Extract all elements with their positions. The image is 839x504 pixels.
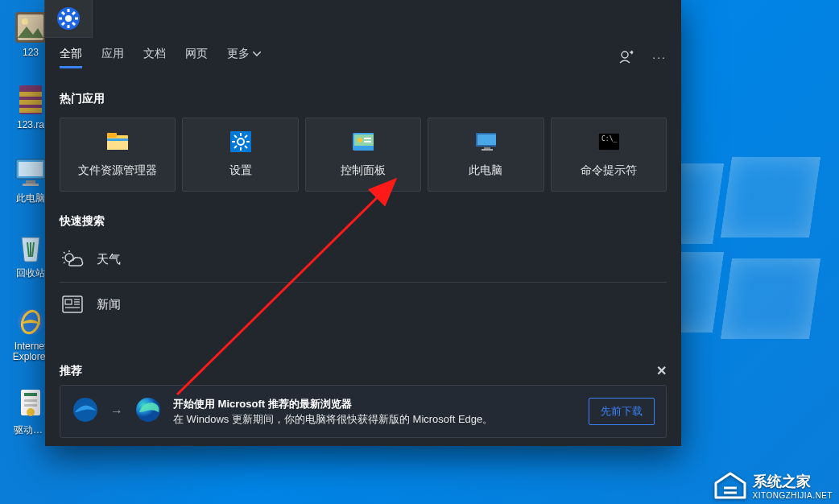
watermark-brand: 系统之家: [753, 472, 833, 491]
svg-point-17: [27, 408, 35, 416]
desktop-icon-label: 123.ra: [17, 119, 44, 130]
svg-rect-10: [23, 184, 39, 186]
search-app-icon-tab[interactable]: [44, 0, 93, 38]
svg-rect-14: [24, 393, 37, 396]
popular-apps-tiles: 文件资源管理器 设置 控制面板 此电脑 C:\_ 命令提示符: [45, 118, 681, 192]
recommend-text: 开始使用 Microsoft 推荐的最新浏览器 在 Windows 更新期间，你…: [173, 396, 493, 428]
arrow-icon: →: [110, 404, 123, 419]
tab-web[interactable]: 网页: [185, 47, 208, 68]
desktop-icon-image[interactable]: 123: [14, 11, 47, 58]
svg-line-26: [72, 12, 75, 14]
svg-rect-51: [481, 149, 493, 151]
svg-rect-60: [65, 300, 72, 304]
quick-item-label: 天气: [97, 252, 121, 267]
desktop-icon-ie[interactable]: Internet Explorer: [14, 306, 47, 362]
tile-label: 此电脑: [469, 163, 502, 178]
desktop-icon-driver[interactable]: 驱动+…: [14, 388, 47, 437]
feedback-icon[interactable]: [618, 49, 634, 65]
desktop-icon-label: 驱动+…: [14, 423, 48, 437]
svg-point-45: [358, 138, 362, 143]
search-tab-bar: 全部 应用 文档 网页 更多 ···: [45, 45, 681, 69]
svg-rect-46: [364, 138, 371, 139]
tile-label: 文件资源管理器: [78, 163, 157, 178]
watermark-url: XITONGZHIJIA.NET: [753, 491, 833, 500]
section-popular-apps: 热门应用: [60, 92, 667, 106]
tab-apps[interactable]: 应用: [101, 47, 124, 68]
svg-rect-50: [484, 147, 490, 149]
svg-point-28: [622, 52, 628, 58]
control-panel-icon: [353, 131, 374, 152]
this-pc-icon: [475, 131, 496, 152]
settings-icon: [230, 131, 251, 152]
svg-line-58: [64, 262, 65, 264]
divider: [60, 282, 667, 283]
svg-line-25: [72, 23, 75, 25]
svg-line-27: [62, 23, 64, 25]
svg-rect-44: [354, 134, 374, 146]
recommend-subtitle: 在 Windows 更新期间，你的电脑将很快获得新版的 Microsoft Ed…: [173, 411, 493, 428]
recommend-card: → 开始使用 Microsoft 推荐的最新浏览器 在 Windows 更新期间…: [60, 385, 667, 438]
weather-icon: [60, 250, 85, 269]
tile-file-explorer[interactable]: 文件资源管理器: [60, 118, 176, 192]
section-recommend: 推荐: [60, 364, 82, 378]
tile-label: 设置: [229, 163, 252, 178]
svg-rect-8: [19, 162, 43, 176]
gear-icon: [56, 6, 81, 31]
cmd-icon: C:\_: [598, 131, 619, 152]
desktop-icon-label: 回收站: [16, 266, 45, 280]
svg-rect-30: [107, 133, 117, 138]
file-explorer-icon: [107, 131, 128, 152]
news-icon: [60, 295, 85, 313]
svg-rect-6: [19, 108, 42, 113]
svg-rect-49: [477, 134, 496, 145]
desktop-icon-label: 此电脑: [16, 192, 45, 205]
svg-rect-9: [26, 180, 35, 184]
svg-rect-15: [24, 399, 37, 402]
svg-rect-16: [24, 404, 37, 407]
svg-line-24: [62, 12, 64, 14]
search-panel: 全部 应用 文档 网页 更多 ··· 热门应用 文件资源管理器 设置: [45, 0, 681, 446]
more-options-icon[interactable]: ···: [652, 51, 667, 64]
tile-this-pc[interactable]: 此电脑: [428, 118, 543, 192]
close-icon[interactable]: ✕: [656, 363, 667, 378]
tab-all[interactable]: 全部: [60, 47, 82, 68]
tab-more-label: 更多: [227, 47, 250, 61]
tile-control-panel[interactable]: 控制面板: [305, 118, 421, 192]
svg-point-19: [65, 15, 72, 22]
desktop-icon-recycle-bin[interactable]: 回收站: [14, 231, 47, 280]
desktop-icon-label: Internet Explorer: [13, 341, 49, 362]
chevron-down-icon: [253, 52, 261, 56]
svg-point-2: [22, 19, 28, 25]
svg-rect-5: [19, 100, 42, 105]
tile-settings[interactable]: 设置: [182, 118, 298, 192]
tile-label: 命令提示符: [581, 163, 637, 178]
tile-label: 控制面板: [341, 163, 386, 178]
tab-more[interactable]: 更多: [227, 47, 261, 68]
download-button[interactable]: 先前下载: [589, 398, 655, 425]
desktop-icons-column: 123 123.ra 此电脑 回收站 Internet Explorer 驱动+…: [14, 11, 47, 463]
svg-rect-4: [19, 92, 42, 97]
svg-line-57: [64, 252, 65, 254]
svg-rect-47: [364, 141, 371, 143]
desktop-icon-rar[interactable]: 123.ra: [14, 84, 47, 130]
quick-item-label: 新闻: [97, 297, 121, 312]
desktop-icon-label: 123: [23, 47, 39, 58]
svg-rect-32: [107, 138, 128, 141]
desktop: 123 123.ra 此电脑 回收站 Internet Explorer 驱动+…: [0, 0, 839, 504]
quick-item-news[interactable]: 新闻: [45, 286, 681, 323]
desktop-icon-this-pc[interactable]: 此电脑: [14, 156, 47, 205]
section-quick-search: 快速搜索: [60, 214, 667, 229]
quick-item-weather[interactable]: 天气: [45, 240, 681, 279]
recommend-title: 开始使用 Microsoft 推荐的最新浏览器: [173, 396, 493, 412]
edge-legacy-icon: [72, 396, 99, 427]
svg-text:C:\_: C:\_: [601, 135, 617, 143]
watermark-logo-icon: [713, 470, 748, 501]
tile-cmd[interactable]: C:\_ 命令提示符: [551, 118, 667, 192]
watermark: 系统之家 XITONGZHIJIA.NET: [713, 470, 833, 501]
edge-new-icon: [134, 396, 162, 427]
tab-documents[interactable]: 文档: [143, 47, 166, 68]
